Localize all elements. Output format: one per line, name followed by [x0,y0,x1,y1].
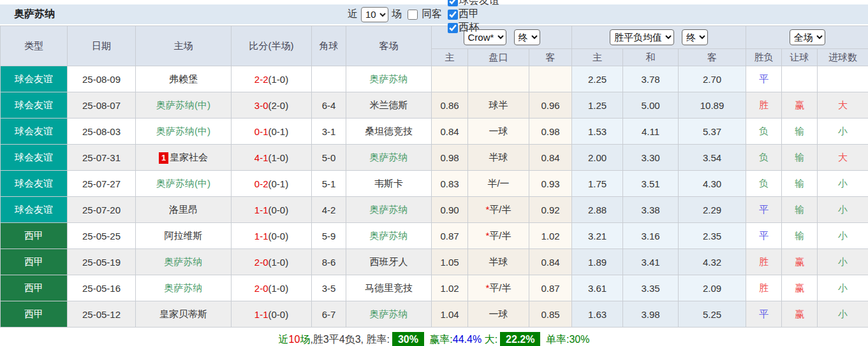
cell-handicap-home-odds: 1.02 [432,275,468,301]
fulltime-score: 1-1 [254,231,268,241]
col-header-type: 类型 [1,26,68,66]
cell-score: 0-1(0-1) [232,119,312,145]
home-team-name: 奥萨苏纳 [165,256,203,267]
cell-result-goals: 小 [818,249,868,275]
avg-odds-select[interactable]: 胜平负均值 [610,29,674,45]
col-header-away: 客场 [346,26,432,66]
cell-avg-away-odds: 2.29 [679,197,746,223]
competition-checkbox-0[interactable] [448,0,458,6]
cell-avg-home-odds: 2.00 [572,145,623,171]
cell-handicap-home-odds: 0.90 [432,197,468,223]
match-row: 球会友谊25-08-03奥萨苏纳(中)0-1(0-1)3-1桑坦德竞技0.84一… [1,119,868,145]
cell-result-handicap: 赢 [782,249,818,275]
halftime-score: (1-0) [268,257,289,268]
col-header-corner: 角球 [312,26,346,66]
competition-checkbox-1[interactable] [448,10,458,20]
home-rank-badge: 1 [159,152,168,164]
same-venue-label: 同客 [422,8,442,21]
recent-count-select[interactable]: 10 [361,7,388,22]
cell-result-goals: 小 [818,301,868,328]
cell-corner: 5-1 [312,171,346,197]
cell-home-team: 奥萨苏纳(中) [136,92,232,119]
recent-label: 近 [348,8,358,21]
halftime-score: (1-0) [268,74,289,85]
cell-result-handicap: 赢 [782,275,818,301]
match-row: 西甲25-05-16奥萨苏纳2-0(1-0)3-5马德里竞技1.02*平/半0.… [1,275,868,301]
cell-avg-home-odds: 1.89 [572,249,623,275]
competition-checkbox-2[interactable] [448,23,458,33]
cell-handicap-away-odds: 0.87 [529,275,572,301]
cell-avg-home-odds: 1.63 [572,301,623,328]
page-title: 奥萨苏纳 [0,8,55,21]
cell-result-handicap [782,66,818,92]
match-row: 西甲25-05-19奥萨苏纳2-0(1-0)8-6西班牙人1.05半球0.841… [1,249,868,275]
cell-result-outcome: 胜 [746,249,782,275]
summary-line: 近10场,胜3平4负3, 胜率:30% 赢率:44.4% 大:22.2% 单率:… [0,332,868,346]
home-team-name: 奥萨苏纳(中) [156,178,210,189]
cell-corner: 4-2 [312,197,346,223]
halftime-score: (0-1) [268,178,289,189]
cell-handicap-line: 球半 [468,92,529,119]
competition-filters: 球会友谊西甲西杯 [445,0,499,34]
cell-handicap-away-odds: 0.92 [529,197,572,223]
fulltime-score: 2-2 [254,74,268,85]
cell-result-goals: 小 [818,119,868,145]
handicap-line-text: 平/半 [489,230,511,241]
handicap-line-text: 平/半 [489,204,511,215]
sub-header-handicap-away: 客 [529,49,572,66]
cell-result-handicap: 赢 [782,301,818,328]
cell-competition-type: 球会友谊 [1,119,68,145]
top-bar: 奥萨苏纳 近 10 场 同客 球会友谊西甲西杯 [0,4,868,24]
cell-handicap-line: *平/半 [468,223,529,249]
halftime-score: (2-0) [268,100,289,111]
cell-home-team: 洛里昂 [136,197,232,223]
cell-handicap-home-odds: 0.83 [432,171,468,197]
cell-date: 25-07-20 [68,197,136,223]
halftime-score: (0-0) [268,205,289,215]
cell-avg-draw-odds: 3.51 [623,171,679,197]
fulltime-score: 2-0 [254,283,268,294]
col-header-home: 主场 [136,26,232,66]
cell-handicap-line: 一球 [468,301,529,328]
big-rate-badge: 22.2% [500,332,540,346]
cell-home-team: 奥萨苏纳 [136,249,232,275]
sub-header-result: 胜负 [746,49,782,66]
avg-state-select[interactable]: 终 [682,29,708,45]
cell-result-goals [818,66,868,92]
cell-avg-home-odds: 2.88 [572,197,623,223]
summary-recent-label: 近 [279,334,289,345]
cell-score: 2-2(1-0) [232,66,312,92]
cell-away-team: 奥萨苏纳 [346,145,432,171]
fulltime-group-header: 全场 [746,26,868,49]
competition-filter-1: 西甲 [445,8,499,21]
cell-result-handicap: 输 [782,223,818,249]
cell-avg-away-odds: 2.09 [679,275,746,301]
match-row: 球会友谊25-07-20洛里昂1-1(0-0)4-2奥萨苏纳0.90*平/半0.… [1,197,868,223]
cell-result-outcome: 平 [746,301,782,328]
cell-handicap-away-odds: 0.85 [529,301,572,328]
same-venue-checkbox[interactable] [408,10,418,20]
cell-score: 1-1(0-0) [232,223,312,249]
fulltime-score: 0-2 [254,178,268,189]
cell-date: 25-07-31 [68,145,136,171]
away-team-name: 奥萨苏纳 [370,230,408,241]
cell-avg-away-odds: 3.54 [679,145,746,171]
away-team-name: 奥萨苏纳 [370,152,408,162]
cell-avg-away-odds: 2.70 [679,66,746,92]
cell-score: 1-1(0-0) [232,197,312,223]
cell-avg-home-odds: 3.61 [572,275,623,301]
cell-result-goals: 大 [818,92,868,119]
fulltime-score: 1-1 [254,205,268,215]
cell-competition-type: 西甲 [1,275,68,301]
match-row: 球会友谊25-07-311皇家社会4-1(1-0)5-0奥萨苏纳0.98半球0.… [1,145,868,171]
cell-handicap-away-odds: 0.84 [529,249,572,275]
fulltime-select[interactable]: 全场 [790,29,825,45]
win-rate-badge: 30% [392,332,424,346]
sub-header-handicap-result: 让球 [782,49,818,66]
handicap-state-select[interactable]: 终 [514,29,540,45]
away-team-name: 桑坦德竞技 [365,126,413,136]
cell-result-handicap: 赢 [782,92,818,119]
cell-avg-draw-odds: 3.16 [623,223,679,249]
away-team-name: 奥萨苏纳 [370,308,408,319]
cell-avg-draw-odds: 3.38 [623,197,679,223]
